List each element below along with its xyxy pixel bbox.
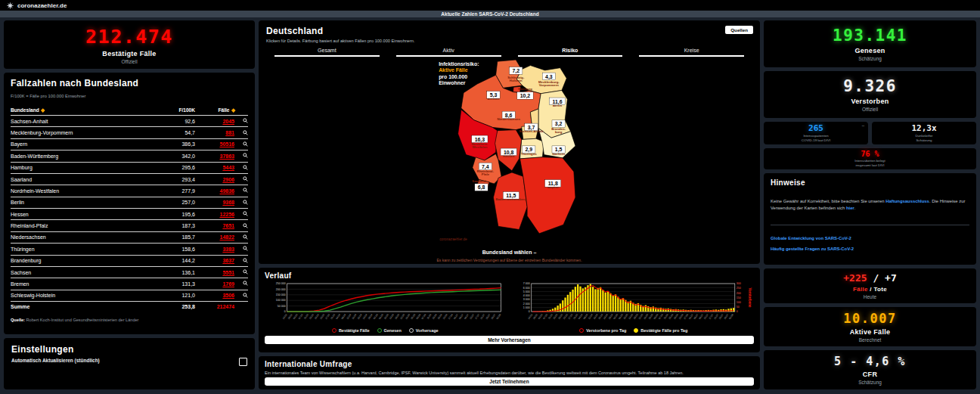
daily-chart-svg: 7 0006 0005 0004 0003 0002 0001 00003002…: [513, 281, 755, 327]
magnifier-icon[interactable]: [243, 246, 248, 251]
state-cases: 50516: [195, 138, 234, 150]
state-cases: 7651: [195, 220, 234, 231]
survey-card: Internationale Umfrage Ein international…: [259, 356, 760, 389]
more-forecasts-button[interactable]: Mehr Vorhersagen: [265, 336, 754, 344]
state-select[interactable]: Bundesland wählen –: [266, 250, 752, 255]
top-bar: coronazaehler.de: [0, 0, 980, 11]
table-row: Bremen131,31769: [11, 278, 248, 290]
autorefresh-checkbox[interactable]: [239, 358, 247, 366]
state-rate: 136,1: [151, 266, 195, 278]
svg-text:150: 150: [736, 296, 740, 299]
occupancy-value: 76 %: [861, 150, 879, 158]
magnifier-icon[interactable]: [243, 211, 248, 216]
daily-chart: 7 0006 0005 0004 0003 0002 0001 00003002…: [513, 281, 755, 334]
magnifier-icon[interactable]: [243, 269, 248, 275]
germany-map-svg: Schleswig-HolsteinMecklenburg-Vorpommern…: [437, 59, 581, 248]
state-rate: 187,3: [151, 220, 195, 231]
state-value-chip: 3,7: [525, 123, 538, 131]
state-value-chip: 1,5: [552, 146, 565, 154]
legend-marker-icon: [332, 328, 336, 333]
state-value-chip: 4,3: [542, 73, 555, 80]
today-sublabel: Heute: [864, 294, 876, 299]
state-shape-by[interactable]: [519, 157, 575, 234]
magnifier-icon[interactable]: [243, 176, 248, 181]
germany-map[interactable]: Schleswig-HolsteinMecklenburg-Vorpommern…: [266, 59, 752, 248]
magnifier-icon[interactable]: [243, 141, 248, 147]
magnifier-icon[interactable]: [243, 223, 248, 228]
deaths-sublabel: Offiziell: [862, 107, 878, 112]
participate-button[interactable]: Jetzt Teilnehmen: [265, 377, 754, 386]
state-rate: 131,3: [151, 278, 195, 290]
magnifier-icon[interactable]: [243, 234, 248, 240]
state-table-note: F/100K = Fälle pro 100.000 Einwohner: [11, 94, 248, 98]
today-card: +225 / +7 Fälle / Tote Heute: [764, 268, 976, 303]
magnifier-icon[interactable]: [243, 165, 248, 170]
svg-text:8,6: 8,6: [505, 113, 513, 119]
magnifier-icon[interactable]: [243, 293, 248, 298]
state-name-label: Pfalz: [482, 172, 489, 176]
confirmed-cases-sublabel: Offiziell: [121, 59, 137, 64]
magnifier-icon[interactable]: [243, 200, 248, 205]
state-name: Bayern: [11, 138, 151, 150]
svg-text:150 000: 150 000: [276, 293, 286, 296]
svg-text:3,7: 3,7: [527, 125, 535, 131]
map-legend-line: pro 100.000: [439, 74, 467, 80]
svg-text:5 000: 5 000: [523, 290, 529, 293]
tab-aktiv[interactable]: Aktiv: [396, 48, 501, 57]
svg-text:4 000: 4 000: [523, 294, 529, 297]
table-row: Sachsen-Anhalt92,62045: [11, 116, 248, 127]
magnifier-icon[interactable]: [243, 118, 248, 123]
state-cases: 49836: [195, 185, 234, 197]
active-cases-sublabel: Berechnet: [859, 337, 882, 343]
autorefresh-label: Automatisch Aktualisieren (stündlich): [11, 358, 100, 363]
disclaimer-link[interactable]: Haftungsausschluss: [885, 199, 929, 203]
legend-item: Genesen: [377, 328, 402, 333]
state-rate: 293,4: [151, 173, 195, 185]
here-link[interactable]: hier: [846, 206, 854, 210]
table-row: Schleswig-Holstein121,03506: [11, 290, 248, 301]
magnifier-icon[interactable]: [243, 130, 248, 135]
table-row: Bayern386,350516: [11, 138, 248, 150]
state-value-chip: 7,2: [509, 67, 522, 75]
svg-text:0: 0: [528, 310, 529, 313]
svg-text:100: 100: [736, 301, 740, 304]
icu-card: – 265 IntensivpatientenCOVID-19 laut DIV…: [764, 122, 868, 144]
svg-text:4,3: 4,3: [545, 74, 553, 80]
state-name: Sachsen: [11, 266, 151, 278]
table-total-row: Summe253,8212474: [11, 302, 248, 312]
magnifier-icon[interactable]: [243, 281, 248, 286]
state-name-label: Westfalen: [472, 145, 487, 149]
magnifier-icon[interactable]: [243, 153, 248, 158]
deaths-card: 9.326 Verstorben Offiziell: [764, 71, 976, 118]
notes-card: Hinweise Keine Gewähr auf Korrektheit, b…: [764, 173, 976, 265]
state-name: Saarland: [11, 173, 151, 185]
icu-label: IntensivpatientenCOVID-19 laut DIVI: [802, 134, 830, 143]
table-row: Brandenburg144,23637: [11, 255, 248, 266]
col-header-rate[interactable]: F/100K: [151, 105, 195, 116]
magnifier-icon[interactable]: [243, 258, 248, 263]
tab-gesamt[interactable]: Gesamt: [274, 48, 380, 57]
occupancy-card: 76 % Intensivbetten belegtinsgesamt laut…: [764, 148, 976, 169]
magnifier-icon[interactable]: [243, 188, 248, 193]
darkfigure-value: 12,3x: [911, 123, 936, 133]
tab-risiko[interactable]: Risiko: [518, 48, 623, 57]
col-header-state[interactable]: Bundesland: [11, 105, 151, 116]
sort-icon: [231, 108, 235, 112]
site-brand[interactable]: coronazaehler.de: [17, 2, 67, 9]
deaths-label: Verstorben: [851, 98, 889, 105]
tab-kreise[interactable]: Kreise: [639, 48, 744, 57]
divider: [771, 225, 969, 225]
faq-link[interactable]: Häufig gestellte Fragen zu SARS-CoV-2: [771, 247, 969, 251]
state-value-chip: 3,2: [552, 120, 565, 128]
state-cases: 9368: [195, 197, 234, 208]
state-cases: 2906: [195, 173, 234, 185]
global-development-link[interactable]: Globale Entwicklung von SARS-CoV-2: [771, 236, 969, 240]
svg-text:0: 0: [736, 310, 737, 313]
sources-button[interactable]: Quellen: [725, 26, 753, 34]
history-heading: Verlauf: [265, 271, 754, 280]
recovered-label: Genesen: [854, 47, 885, 54]
survey-heading: Internationale Umfrage: [265, 360, 754, 368]
cumulative-chart-legend: Bestätigte FälleGenesenVorhersage: [265, 327, 506, 334]
state-rate: 54,7: [151, 127, 195, 138]
col-header-cases[interactable]: Fälle: [195, 105, 234, 116]
